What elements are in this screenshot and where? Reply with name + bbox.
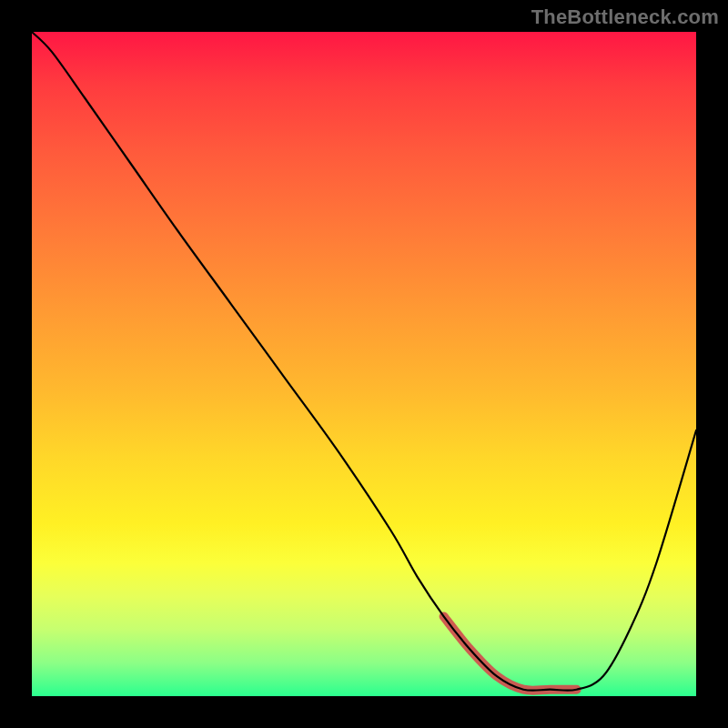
chart-frame: TheBottleneck.com — [0, 0, 728, 728]
watermark-text: TheBottleneck.com — [531, 5, 719, 29]
plot-area — [32, 32, 696, 696]
curve-svg — [32, 32, 696, 696]
main-curve — [32, 32, 696, 691]
valley-highlight — [444, 616, 577, 690]
